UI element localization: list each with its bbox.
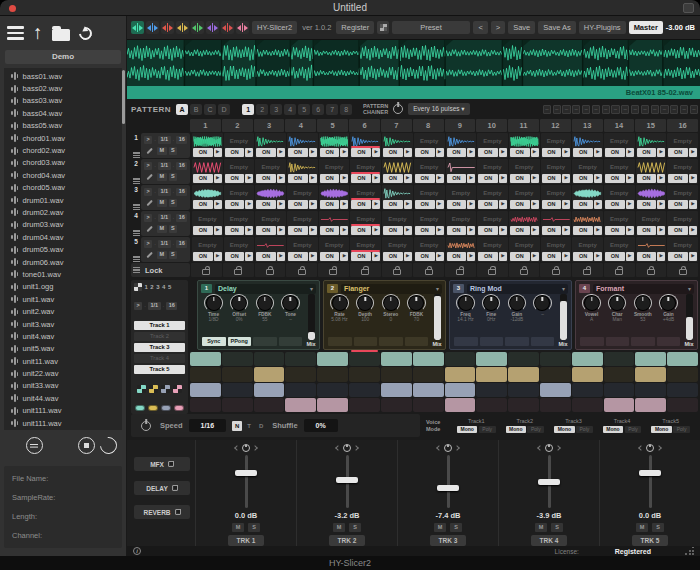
fx-mode-button[interactable]: [606, 337, 630, 346]
fx-block-cell[interactable]: [222, 352, 253, 366]
step-cell[interactable]: ON▶: [446, 237, 477, 262]
step-cell[interactable]: EmptyON▶: [319, 237, 350, 262]
step-on-button[interactable]: ON: [288, 226, 308, 235]
fx-block-cell[interactable]: [476, 398, 507, 412]
solo-button[interactable]: S: [349, 523, 361, 532]
lock-cell[interactable]: [445, 263, 476, 277]
row-handle[interactable]: 2: [131, 159, 141, 184]
row-mute-button[interactable]: M: [157, 173, 167, 181]
chain-slot[interactable]: –: [690, 105, 698, 114]
track-name-button[interactable]: TRK 5: [632, 535, 669, 546]
step-play-button[interactable]: ▶: [594, 148, 602, 157]
chain-slot[interactable]: –: [621, 105, 629, 114]
chain-slot[interactable]: –: [602, 105, 610, 114]
volume-fader[interactable]: [499, 455, 599, 508]
pan-knob[interactable]: [545, 444, 553, 452]
step-on-button[interactable]: ON: [510, 174, 530, 183]
up-directory-icon[interactable]: ↑: [33, 24, 43, 42]
fx-mix-slider[interactable]: Mix: [558, 294, 568, 347]
master-volume-value[interactable]: -3.00 dB: [666, 23, 696, 32]
step-on-button[interactable]: ON: [605, 174, 625, 183]
fx-block-cell[interactable]: [285, 383, 316, 397]
fx-mode-button[interactable]: [657, 337, 681, 346]
step-on-button[interactable]: ON: [256, 200, 276, 209]
file-item[interactable]: unit1.wav: [4, 293, 122, 305]
step-play-button[interactable]: ▶: [626, 148, 634, 157]
step-cell[interactable]: EmptyON▶: [541, 185, 572, 210]
step-cell[interactable]: EmptyON▶: [446, 211, 477, 236]
chain-slot[interactable]: –: [680, 105, 688, 114]
step-play-button[interactable]: ▶: [277, 148, 285, 157]
step-on-button[interactable]: ON: [351, 252, 371, 261]
step-cell[interactable]: EmptyON▶: [541, 159, 572, 184]
fx-block-cell[interactable]: [254, 398, 285, 412]
poly-button[interactable]: Poly: [625, 426, 642, 434]
pan-knob[interactable]: [242, 444, 250, 452]
pan-control[interactable]: [235, 443, 257, 453]
step-play-button[interactable]: ▶: [657, 252, 665, 261]
mute-button[interactable]: M: [232, 523, 244, 532]
lock-cell[interactable]: [191, 263, 222, 277]
chain-slot[interactable]: –: [670, 105, 678, 114]
step-on-button[interactable]: ON: [320, 226, 340, 235]
slicer-tab-7[interactable]: [221, 21, 234, 34]
step-cell[interactable]: EmptyON▶: [224, 211, 255, 236]
step-cell[interactable]: EmptyON▶: [509, 185, 540, 210]
fx-block-cell[interactable]: [604, 398, 635, 412]
step-play-button[interactable]: ▶: [689, 252, 697, 261]
mute-button[interactable]: M: [333, 523, 345, 532]
lock-cell[interactable]: [572, 263, 603, 277]
step-play-button[interactable]: ▶: [245, 148, 253, 157]
step-play-button[interactable]: ▶: [214, 252, 222, 261]
step-on-button[interactable]: ON: [542, 226, 562, 235]
fx-knob[interactable]: [610, 296, 624, 310]
row-mute-button[interactable]: M: [157, 251, 167, 259]
step-on-button[interactable]: ON: [320, 174, 340, 183]
step-on-button[interactable]: ON: [383, 226, 403, 235]
fx-mix-slider[interactable]: Mix: [306, 294, 316, 347]
chain-slot[interactable]: –: [582, 105, 590, 114]
fx-row-number[interactable]: 4: [162, 284, 165, 290]
chain-slot[interactable]: –: [592, 105, 600, 114]
step-on-button[interactable]: ON: [256, 252, 276, 261]
step-play-button[interactable]: ▶: [340, 200, 348, 209]
pan-knob[interactable]: [343, 444, 351, 452]
file-item[interactable]: chord01.wav: [4, 132, 122, 144]
mute-button[interactable]: M: [636, 523, 648, 532]
file-item[interactable]: unit11.wav: [4, 355, 122, 367]
solo-button[interactable]: S: [551, 523, 563, 532]
step-cell[interactable]: ON▶: [192, 133, 223, 158]
fx-mode-button[interactable]: [480, 337, 504, 346]
step-cell[interactable]: ON▶: [319, 185, 350, 210]
lock-cell[interactable]: [286, 263, 317, 277]
row-handle[interactable]: 4: [131, 211, 141, 236]
fx-knob[interactable]: [535, 296, 549, 310]
fx-knob[interactable]: [258, 296, 272, 310]
step-play-button[interactable]: ▶: [499, 174, 507, 183]
step-cell[interactable]: ON▶: [287, 159, 318, 184]
lock-cell[interactable]: [223, 263, 254, 277]
track-select-button[interactable]: Track 5: [134, 365, 185, 374]
fx-block-cell[interactable]: [254, 352, 285, 366]
step-play-button[interactable]: ▶: [499, 252, 507, 261]
fx-block-cell[interactable]: [635, 352, 666, 366]
fx-name-dropdown[interactable]: Formant▾: [593, 284, 694, 294]
step-cell[interactable]: ON▶: [287, 133, 318, 158]
step-play-button[interactable]: ▶: [404, 252, 412, 261]
step-play-button[interactable]: ▶: [657, 174, 665, 183]
step-cell[interactable]: EmptyON▶: [350, 211, 381, 236]
fx-block-cell[interactable]: [254, 383, 285, 397]
file-item[interactable]: drum02.wav: [4, 206, 122, 218]
fx-mode-button[interactable]: [379, 337, 403, 346]
step-on-button[interactable]: ON: [383, 148, 403, 157]
step-play-button[interactable]: ▶: [277, 252, 285, 261]
step-cell[interactable]: EmptyON▶: [287, 237, 318, 262]
fx-block-cell[interactable]: [317, 398, 348, 412]
fx-mode-button[interactable]: PPong: [228, 337, 252, 346]
step-on-button[interactable]: ON: [637, 200, 657, 209]
fx-block-cell[interactable]: [445, 383, 476, 397]
fx-block-cell[interactable]: [222, 383, 253, 397]
step-cell[interactable]: EmptyON▶: [477, 211, 508, 236]
fx-mode-button[interactable]: Sync: [202, 337, 226, 346]
save-as-button[interactable]: Save As: [538, 21, 576, 34]
